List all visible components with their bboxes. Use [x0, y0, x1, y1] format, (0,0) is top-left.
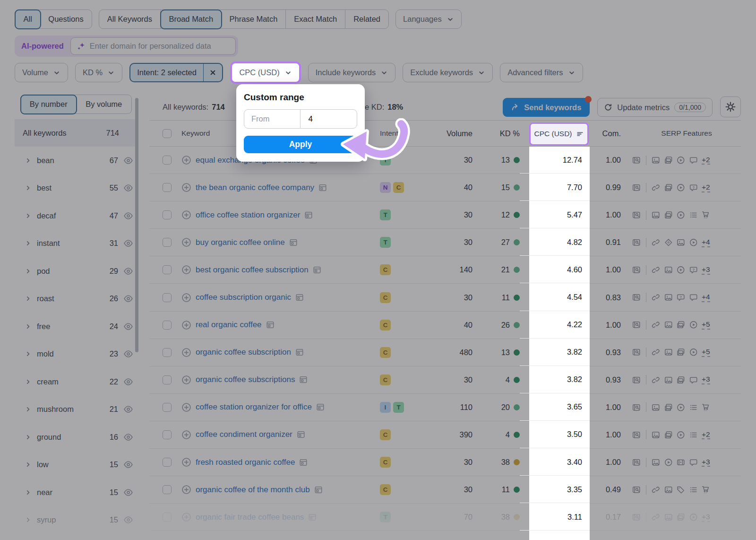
row-checkbox[interactable]: [163, 458, 172, 467]
sort-by-number-tab[interactable]: By number: [20, 95, 77, 114]
kd-column-header[interactable]: KD %: [500, 129, 520, 138]
row-checkbox[interactable]: [163, 238, 172, 247]
row-checkbox[interactable]: [163, 513, 172, 522]
serp-more-link[interactable]: +4: [702, 238, 710, 247]
add-keyword-icon[interactable]: [181, 348, 191, 357]
add-keyword-icon[interactable]: [181, 457, 191, 467]
serp-more-link[interactable]: +4: [702, 293, 710, 302]
eye-icon[interactable]: [123, 460, 133, 470]
add-keyword-icon[interactable]: [181, 485, 191, 495]
add-keyword-icon[interactable]: [181, 402, 191, 412]
select-all-checkbox[interactable]: [163, 129, 172, 138]
add-keyword-icon[interactable]: [181, 375, 191, 385]
kd-filter[interactable]: KD %: [75, 63, 122, 82]
keyword-link[interactable]: the bean organic coffee company: [196, 183, 314, 192]
tab-all-keywords[interactable]: All Keywords: [99, 10, 161, 28]
keyword-link[interactable]: coffee subscription organic: [196, 293, 291, 302]
update-metrics-button[interactable]: Update metrics 0/1,000: [597, 98, 713, 117]
serp-more-link[interactable]: +3: [702, 513, 710, 522]
row-checkbox[interactable]: [163, 293, 172, 302]
serp-snapshot-icon[interactable]: [308, 513, 317, 522]
add-keyword-icon[interactable]: [181, 430, 191, 440]
row-checkbox[interactable]: [163, 485, 172, 494]
keyword-link[interactable]: buy organic coffee online: [196, 238, 285, 247]
domain-input[interactable]: Enter domain for personalized data: [70, 37, 236, 55]
keyword-column-header[interactable]: Keyword: [181, 129, 210, 138]
serp-snapshot-icon[interactable]: [289, 238, 298, 247]
keyword-link[interactable]: fresh roasted organic coffee: [196, 458, 295, 467]
row-checkbox[interactable]: [163, 265, 172, 274]
eye-icon[interactable]: [123, 183, 133, 193]
intent-column-header[interactable]: Intent: [380, 129, 398, 138]
exclude-keywords-filter[interactable]: Exclude keywords: [403, 63, 493, 82]
sidebar-scrollbar[interactable]: [135, 98, 138, 352]
serp-more-link[interactable]: +3: [702, 265, 710, 275]
sidebar-all-keywords[interactable]: All keywords 714: [15, 119, 138, 147]
add-keyword-icon[interactable]: [181, 210, 191, 220]
serp-snapshot-icon[interactable]: [314, 486, 323, 494]
serp-snapshot-icon[interactable]: [304, 211, 313, 219]
sidebar-group-cream[interactable]: cream22: [15, 368, 138, 396]
eye-icon[interactable]: [123, 488, 133, 497]
competition-column-header[interactable]: Com.: [602, 129, 621, 138]
eye-icon[interactable]: [123, 377, 133, 387]
eye-icon[interactable]: [123, 266, 133, 276]
sidebar-group-pod[interactable]: pod29: [15, 257, 138, 285]
serp-snapshot-icon[interactable]: [318, 183, 327, 192]
eye-icon[interactable]: [123, 432, 133, 442]
serp-snapshot-icon[interactable]: [295, 348, 304, 357]
eye-icon[interactable]: [123, 238, 133, 248]
serp-snapshot-icon[interactable]: [297, 430, 305, 439]
add-keyword-icon[interactable]: [181, 320, 191, 330]
keyword-link[interactable]: office coffee station organizer: [196, 210, 300, 220]
keyword-link[interactable]: coffee station organizer for office: [196, 402, 312, 412]
serp-snapshot-icon[interactable]: [316, 403, 325, 411]
eye-icon[interactable]: [123, 349, 133, 359]
languages-dropdown[interactable]: Languages: [395, 9, 462, 29]
keyword-link[interactable]: best organic coffee subscription: [196, 265, 309, 275]
keyword-link[interactable]: organic coffee subscriptions: [196, 375, 295, 384]
add-keyword-icon[interactable]: [181, 512, 191, 522]
row-checkbox[interactable]: [163, 430, 172, 439]
sidebar-group-near[interactable]: near15: [15, 479, 138, 506]
volume-filter[interactable]: Volume: [15, 63, 68, 82]
row-checkbox[interactable]: [163, 348, 172, 357]
tab-phrase-match[interactable]: Phrase Match: [222, 10, 286, 28]
add-keyword-icon[interactable]: [181, 155, 191, 165]
volume-column-header[interactable]: Volume: [447, 129, 472, 138]
serp-more-link[interactable]: +3: [702, 375, 710, 384]
tab-broad-match[interactable]: Broad Match: [160, 9, 223, 29]
keyword-link[interactable]: organic fair trade coffee beans: [196, 513, 304, 522]
serp-more-link[interactable]: +2: [702, 156, 710, 165]
intent-filter-clear[interactable]: [204, 64, 222, 81]
sidebar-group-ground[interactable]: ground16: [15, 423, 138, 451]
cpc-from-input[interactable]: From: [244, 110, 301, 128]
send-keywords-button[interactable]: Send keywords: [503, 98, 590, 117]
row-checkbox[interactable]: [163, 183, 172, 192]
keyword-link[interactable]: coffee condiment organizer: [196, 430, 292, 439]
serp-snapshot-icon[interactable]: [299, 458, 308, 467]
sidebar-group-mold[interactable]: mold23: [15, 340, 138, 368]
advanced-filters[interactable]: Advanced filters: [500, 63, 583, 82]
row-checkbox[interactable]: [163, 321, 172, 330]
table-settings-button[interactable]: [720, 96, 741, 117]
tab-questions[interactable]: Questions: [40, 10, 91, 28]
serp-snapshot-icon[interactable]: [295, 293, 304, 302]
serp-more-link[interactable]: +2: [702, 430, 710, 440]
sidebar-group-best[interactable]: best55: [15, 174, 138, 202]
sidebar-group-low[interactable]: low15: [15, 451, 138, 479]
eye-icon[interactable]: [123, 322, 133, 331]
sidebar-group-free[interactable]: free24: [15, 313, 138, 340]
row-checkbox[interactable]: [163, 210, 172, 219]
sidebar-group-bean[interactable]: bean67: [15, 147, 138, 174]
serp-more-link[interactable]: +3: [702, 458, 710, 467]
eye-icon[interactable]: [123, 515, 133, 525]
eye-icon[interactable]: [123, 294, 133, 304]
keyword-link[interactable]: organic coffee of the month club: [196, 485, 310, 495]
sidebar-group-decaf[interactable]: decaf47: [15, 202, 138, 230]
serp-more-link[interactable]: +5: [702, 320, 710, 330]
add-keyword-icon[interactable]: [181, 183, 191, 192]
sidebar-group-syrup[interactable]: syrup15: [15, 506, 138, 534]
cpc-to-input[interactable]: 4: [301, 110, 357, 128]
add-keyword-icon[interactable]: [181, 265, 191, 275]
